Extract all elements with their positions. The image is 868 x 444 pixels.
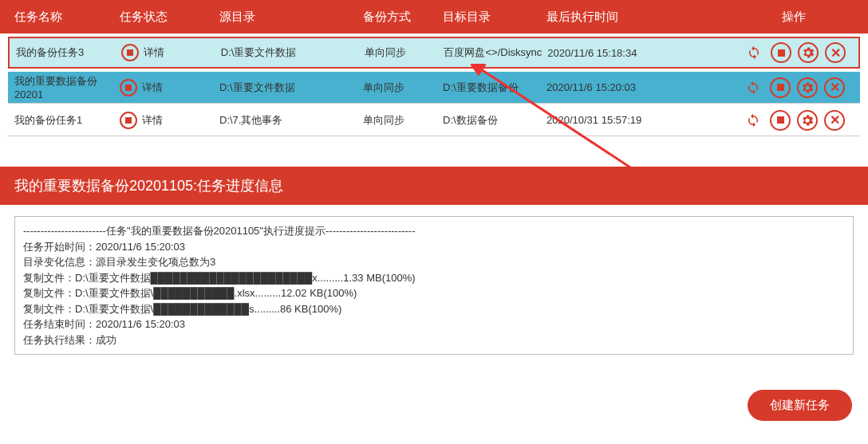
stop-icon bbox=[777, 84, 784, 91]
settings-button[interactable] bbox=[798, 42, 819, 63]
cell-mode: 单向同步 bbox=[363, 81, 443, 95]
close-icon: ✕ bbox=[830, 80, 840, 95]
cell-last-time: 2020/10/31 15:57:19 bbox=[546, 114, 730, 126]
close-icon: ✕ bbox=[830, 112, 840, 128]
cell-source: D:\重要文件数据 bbox=[219, 81, 363, 95]
cell-target: D:\重要数据备份 bbox=[443, 81, 546, 95]
stop-icon bbox=[120, 112, 137, 129]
col-task-status: 任务状态 bbox=[120, 10, 219, 25]
status-detail-link[interactable]: 详情 bbox=[142, 81, 163, 95]
refresh-icon bbox=[746, 113, 760, 128]
gear-icon bbox=[801, 45, 815, 60]
col-last-time: 最后执行时间 bbox=[546, 10, 730, 25]
progress-log: ------------------------任务"我的重要数据备份20201… bbox=[14, 216, 854, 355]
cell-last-time: 2020/11/6 15:20:03 bbox=[546, 81, 730, 93]
refresh-icon bbox=[746, 81, 760, 95]
status-detail-link[interactable]: 详情 bbox=[144, 45, 164, 60]
table-row[interactable]: 我的备份任务3 详情 D:\重要文件数据 单向同步 百度网盘<>/Disksyn… bbox=[8, 37, 860, 69]
cell-target: 百度网盘<>/Disksync bbox=[444, 45, 547, 60]
delete-button[interactable]: ✕ bbox=[825, 42, 846, 63]
refresh-button[interactable] bbox=[744, 42, 764, 63]
settings-button[interactable] bbox=[797, 110, 818, 131]
stop-button[interactable] bbox=[770, 110, 791, 131]
col-task-name: 任务名称 bbox=[8, 10, 120, 25]
progress-panel-title: 我的重要数据备份20201105:任务进度信息 bbox=[0, 167, 868, 205]
refresh-button[interactable] bbox=[743, 110, 763, 131]
cell-last-time: 2020/11/6 15:18:34 bbox=[547, 47, 731, 59]
delete-button[interactable]: ✕ bbox=[824, 110, 845, 131]
status-detail-link[interactable]: 详情 bbox=[142, 113, 163, 128]
progress-panel-body: ------------------------任务"我的重要数据备份20201… bbox=[0, 205, 868, 379]
cell-source: D:\7.其他事务 bbox=[219, 113, 363, 128]
cell-mode: 单向同步 bbox=[363, 113, 443, 128]
close-icon: ✕ bbox=[831, 45, 841, 61]
table-row[interactable]: 我的备份任务1 详情 D:\7.其他事务 单向同步 D:\数据备份 2020/1… bbox=[8, 104, 860, 136]
cell-source: D:\重要文件数据 bbox=[221, 45, 365, 60]
cell-actions: ✕ bbox=[730, 110, 858, 131]
stop-icon bbox=[121, 44, 139, 61]
cell-task-name: 我的备份任务1 bbox=[8, 113, 120, 128]
stop-icon bbox=[777, 116, 784, 124]
col-target-dir: 目标目录 bbox=[443, 10, 546, 25]
col-actions: 操作 bbox=[730, 10, 858, 25]
gear-icon bbox=[800, 113, 815, 128]
table-row[interactable]: 我的重要数据备份20201 详情 D:\重要文件数据 单向同步 D:\重要数据备… bbox=[8, 72, 860, 104]
cell-task-name: 我的重要数据备份20201 bbox=[8, 74, 120, 100]
cell-mode: 单向同步 bbox=[365, 45, 444, 60]
settings-button[interactable] bbox=[797, 77, 818, 98]
create-task-button[interactable]: 创建新任务 bbox=[748, 390, 852, 421]
footer: 创建新任务 bbox=[0, 379, 868, 432]
stop-button[interactable] bbox=[770, 77, 791, 98]
cell-actions: ✕ bbox=[730, 77, 858, 98]
stop-button[interactable] bbox=[771, 42, 791, 63]
delete-button[interactable]: ✕ bbox=[824, 77, 845, 98]
cell-task-name: 我的备份任务3 bbox=[10, 45, 121, 60]
col-backup-mode: 备份方式 bbox=[363, 10, 443, 25]
table-header: 任务名称 任务状态 源目录 备份方式 目标目录 最后执行时间 操作 bbox=[0, 0, 868, 33]
cell-status[interactable]: 详情 bbox=[120, 79, 219, 96]
table-body: 我的备份任务3 详情 D:\重要文件数据 单向同步 百度网盘<>/Disksyn… bbox=[0, 37, 868, 136]
cell-actions: ✕ bbox=[731, 42, 858, 63]
refresh-icon bbox=[747, 45, 761, 60]
col-source-dir: 源目录 bbox=[219, 10, 363, 25]
stop-icon bbox=[778, 49, 785, 57]
gear-icon bbox=[800, 81, 815, 95]
cell-target: D:\数据备份 bbox=[443, 113, 546, 128]
cell-status[interactable]: 详情 bbox=[121, 44, 221, 61]
refresh-button[interactable] bbox=[743, 77, 763, 98]
stop-icon bbox=[120, 79, 137, 96]
cell-status[interactable]: 详情 bbox=[120, 112, 219, 129]
